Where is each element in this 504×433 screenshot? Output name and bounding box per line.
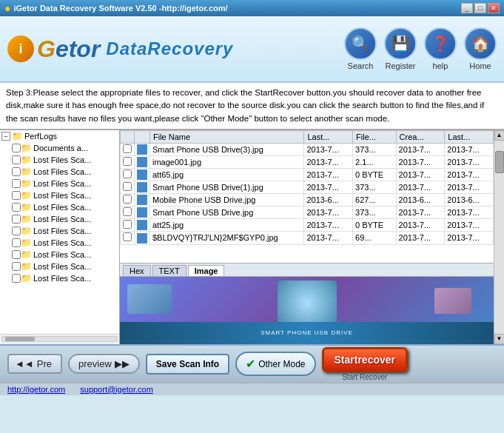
file-checkbox[interactable] [123, 182, 132, 191]
tree-item[interactable]: 📁Lost Files Sca... [0, 178, 119, 189]
horizontal-scrollbar[interactable] [0, 334, 119, 344]
file-cell: 2013-7... [396, 207, 445, 219]
file-cell: 2.1... [353, 155, 397, 168]
file-cell: 2013-7... [445, 219, 494, 232]
tree-item[interactable]: 📁Lost Files Sca... [0, 213, 119, 225]
table-row[interactable]: Mobile Phone USB Drive.jpg2013-6...627..… [121, 194, 494, 207]
tree-item[interactable]: 📁Lost Files Sca... [0, 201, 119, 213]
tree-item[interactable]: 📁Lost Files Sca... [0, 249, 119, 261]
table-row[interactable]: att25.jpg2013-7...0 BYTE2013-7...2013-7.… [121, 219, 494, 232]
file-cell: 373... [353, 143, 397, 155]
tree-item-label: Lost Files Sca... [33, 274, 91, 283]
tree-expand-icon[interactable]: − [1, 132, 10, 141]
preview-tabs[interactable]: Hex TEXT Image [120, 264, 494, 277]
preview-right-arrows: ▶▶ [115, 358, 130, 369]
nav-help[interactable]: ❓ help [424, 27, 457, 70]
tree-checkbox[interactable] [12, 226, 21, 235]
tree-item[interactable]: 📁Documents a... [0, 142, 119, 154]
pre-button[interactable]: ◄◄ Pre [7, 354, 62, 374]
tree-checkbox[interactable] [12, 179, 21, 188]
nav-home[interactable]: 🏠 Home [464, 27, 497, 70]
tree-item-label: Documents a... [33, 144, 88, 152]
file-cell: 2013-7... [445, 207, 494, 219]
file-checkbox[interactable] [123, 157, 132, 166]
file-checkbox[interactable] [123, 195, 132, 204]
tree-item[interactable]: 📁Lost Files Sca... [0, 272, 119, 284]
folder-icon: 📁 [21, 214, 32, 224]
tab-text[interactable]: TEXT [152, 265, 187, 276]
preview-image-bottom-bar: SMART PHONE USB DRIVE [120, 322, 494, 344]
file-checkbox[interactable] [123, 169, 132, 178]
tree-checkbox[interactable] [12, 262, 21, 271]
tree-item[interactable]: 📁Lost Files Sca... [0, 225, 119, 237]
window-controls[interactable]: _ □ ✕ [461, 3, 500, 13]
file-cell: 627... [353, 194, 397, 207]
tree-checkbox[interactable] [12, 155, 21, 164]
table-row[interactable]: $BLDVQY}TRJ'LN}2MF$GYP0.jpg2013-7...69..… [121, 232, 494, 244]
file-cell: 2013-7... [304, 168, 353, 181]
tree-checkbox[interactable] [12, 144, 21, 152]
footer-bar: http://igetor.com support@igetor.com [0, 383, 504, 395]
file-checkbox[interactable] [123, 144, 132, 153]
file-tree[interactable]: −📁PerfLogs📁Documents a...📁Lost Files Sca… [0, 130, 120, 334]
save-scan-button[interactable]: Save Scan Info [146, 354, 229, 375]
tree-checkbox[interactable] [12, 215, 21, 224]
file-checkbox[interactable] [123, 207, 132, 216]
file-checkbox[interactable] [123, 232, 132, 241]
table-row[interactable]: Smart Phone USB Drive(1).jpg2013-7...373… [121, 181, 494, 194]
tree-checkbox[interactable] [12, 191, 21, 200]
file-type-icon [137, 182, 147, 192]
scroll-down-arrow[interactable]: ▼ [494, 334, 505, 344]
tree-item[interactable]: 📁Lost Files Sca... [0, 189, 119, 201]
preview-label: preview [78, 358, 112, 369]
file-table-scrollbar[interactable]: ▲ ▼ [494, 130, 504, 344]
file-cell: 69... [353, 232, 397, 244]
tree-item[interactable]: −📁PerfLogs [0, 130, 119, 142]
tab-image[interactable]: Image [188, 265, 225, 276]
register-icon: 💾 [384, 27, 417, 60]
folder-icon: 📁 [21, 167, 32, 177]
folder-icon: 📁 [21, 190, 32, 201]
nav-search[interactable]: 🔍 Search [344, 27, 377, 70]
table-row[interactable]: image001.jpg2013-7...2.1...2013-7...2013… [121, 155, 494, 168]
tab-hex[interactable]: Hex [123, 265, 151, 276]
file-name: Smart Phone USB Drive.jpg [150, 207, 304, 219]
start-recover-button[interactable]: Startrecover [322, 347, 409, 372]
maximize-button[interactable]: □ [474, 3, 486, 13]
tree-checkbox[interactable] [12, 250, 21, 259]
scroll-up-arrow[interactable]: ▲ [494, 130, 505, 141]
tree-checkbox[interactable] [12, 274, 21, 283]
home-icon: 🏠 [464, 27, 497, 60]
tree-item-label: Lost Files Sca... [33, 250, 91, 259]
tree-checkbox[interactable] [12, 203, 21, 212]
table-header: File... [353, 130, 397, 143]
file-table[interactable]: File NameLast...File...Crea...Last...Sma… [120, 130, 494, 263]
table-row[interactable]: att65.jpg2013-7...0 BYTE2013-7...2013-7.… [121, 168, 494, 181]
table-row[interactable]: Smart Phone USB Drive(3).jpg2013-7...373… [121, 143, 494, 155]
minimize-button[interactable]: _ [461, 3, 473, 13]
tree-checkbox[interactable] [12, 238, 21, 247]
close-button[interactable]: ✕ [488, 3, 500, 13]
folder-icon: 📁 [21, 178, 32, 189]
scroll-thumb[interactable] [495, 151, 504, 173]
file-cell: 2013-7... [304, 219, 353, 232]
help-icon: ❓ [424, 27, 457, 60]
tree-checkbox[interactable] [12, 167, 21, 176]
preview-button[interactable]: preview ▶▶ [68, 354, 140, 374]
tree-item-label: Lost Files Sca... [33, 179, 91, 188]
tree-item[interactable]: 📁Lost Files Sca... [0, 166, 119, 178]
file-cell: 2013-7... [445, 155, 494, 168]
file-checkbox[interactable] [123, 220, 132, 229]
instruction-bar: Step 3:Please select the appropriate fil… [0, 83, 504, 130]
logo-area: i Getor DataRecovery [7, 36, 233, 63]
nav-icons: 🔍 Search 💾 Register ❓ help 🏠 Home [344, 27, 497, 70]
tree-item[interactable]: 📁Lost Files Sca... [0, 237, 119, 249]
table-row[interactable]: Smart Phone USB Drive.jpg2013-7...373...… [121, 207, 494, 219]
tree-item[interactable]: 📁Lost Files Sca... [0, 154, 119, 166]
folder-icon: 📁 [21, 261, 32, 272]
other-mode-button[interactable]: ✔ Other Mode [235, 352, 315, 376]
website-link[interactable]: http://igetor.com [7, 385, 65, 394]
nav-register[interactable]: 💾 Register [384, 27, 417, 70]
tree-item[interactable]: 📁Lost Files Sca... [0, 261, 119, 272]
email-link[interactable]: support@igetor.com [80, 385, 153, 394]
